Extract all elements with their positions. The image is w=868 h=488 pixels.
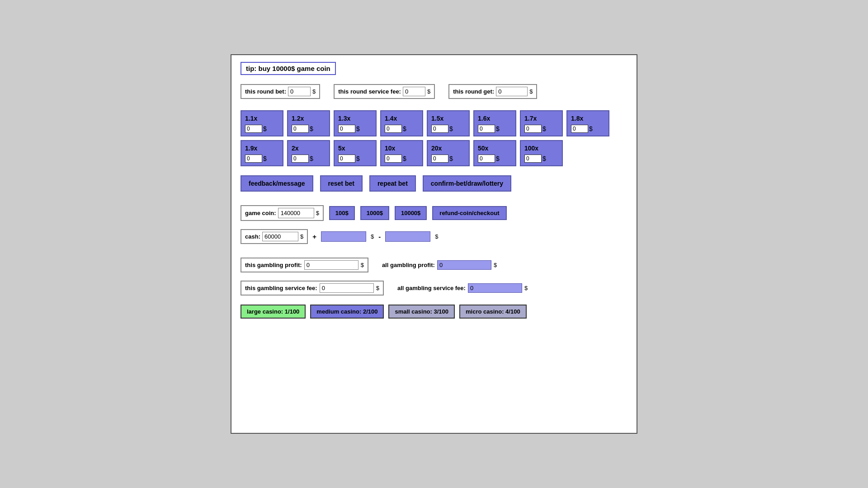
multiplier-card-20x[interactable]: 20x $ — [427, 140, 470, 166]
multiplier-card-2x[interactable]: 2x $ — [287, 140, 330, 166]
round-bet-input[interactable] — [288, 87, 311, 96]
multiplier-card-1.9x[interactable]: 1.9x $ — [241, 140, 283, 166]
round-bet-label: this round bet: — [245, 88, 286, 95]
mult-input-11[interactable] — [385, 155, 402, 163]
mult-label-13: 50x — [478, 145, 512, 152]
cash-label: cash: — [245, 233, 260, 240]
mult-input-row-14: $ — [524, 155, 558, 163]
tip-text: tip: buy 10000$ game coin — [246, 65, 330, 72]
mult-input-2[interactable] — [338, 125, 355, 133]
multiplier-card-5x[interactable]: 5x $ — [334, 140, 377, 166]
mult-label-3: 1.4x — [385, 115, 419, 122]
mult-input-0[interactable] — [245, 125, 262, 133]
mult-input-5[interactable] — [478, 125, 495, 133]
mult-input-9[interactable] — [292, 155, 309, 163]
mult-input-row-12: $ — [431, 155, 465, 163]
checkout-button[interactable]: refund-coin/checkout — [432, 206, 506, 220]
mult-input-7[interactable] — [571, 125, 588, 133]
multiplier-card-1.5x[interactable]: 1.5x $ — [427, 110, 470, 136]
mult-label-12: 20x — [431, 145, 465, 152]
mult-input-row-8: $ — [245, 155, 279, 163]
multiplier-card-100x[interactable]: 100x $ — [520, 140, 563, 166]
this-fee-group: this gambling service fee: $ — [241, 281, 384, 296]
mult-dollar-4: $ — [449, 125, 453, 132]
game-coin-label: game coin: — [245, 210, 276, 216]
repeat-bet-button[interactable]: repeat bet — [369, 175, 416, 192]
add-100-button[interactable]: 100$ — [329, 206, 355, 220]
confirm-bet-button[interactable]: confirm-bet/draw/lottery — [423, 175, 511, 192]
mult-input-row-0: $ — [245, 125, 279, 133]
multiplier-card-1.8x[interactable]: 1.8x $ — [566, 110, 609, 136]
mult-label-8: 1.9x — [245, 145, 279, 152]
mult-input-1[interactable] — [292, 125, 309, 133]
mult-input-4[interactable] — [431, 125, 448, 133]
round-get-input[interactable] — [496, 87, 528, 96]
multiplier-card-10x[interactable]: 10x $ — [380, 140, 423, 166]
all-fee-group: all gambling service fee: $ — [397, 283, 528, 293]
mult-input-10[interactable] — [338, 155, 355, 163]
casino-badge-2[interactable]: small casino: 3/100 — [388, 305, 455, 319]
mult-input-row-11: $ — [385, 155, 419, 163]
all-profit-input[interactable] — [437, 260, 491, 270]
all-fee-input[interactable] — [468, 283, 522, 293]
mult-dollar-6: $ — [542, 125, 546, 132]
casino-row: large casino: 1/100medium casino: 2/100s… — [241, 305, 627, 319]
mult-label-1: 1.2x — [292, 115, 326, 122]
mult-input-8[interactable] — [245, 155, 262, 163]
mult-input-row-7: $ — [571, 125, 605, 133]
coin-row: game coin: $ 100$ 1000$ 10000$ refund-co… — [241, 205, 627, 221]
mult-label-6: 1.7x — [524, 115, 558, 122]
multiplier-card-1.6x[interactable]: 1.6x $ — [473, 110, 516, 136]
round-fee-label: this round service fee: — [338, 88, 401, 95]
mult-input-row-2: $ — [338, 125, 372, 133]
this-fee-input[interactable] — [320, 283, 374, 293]
this-profit-input[interactable] — [304, 260, 359, 270]
mult-input-14[interactable] — [524, 155, 542, 163]
add-1000-button[interactable]: 1000$ — [360, 206, 389, 220]
cash-sub-input[interactable] — [385, 231, 430, 242]
multiplier-card-1.4x[interactable]: 1.4x $ — [380, 110, 423, 136]
this-profit-group: this gambling profit: $ — [241, 258, 368, 272]
game-coin-input[interactable] — [278, 208, 314, 218]
mult-input-row-9: $ — [292, 155, 326, 163]
round-fee-input[interactable] — [403, 87, 425, 96]
all-profit-dollar: $ — [494, 262, 497, 268]
round-fee-group: this round service fee: $ — [334, 84, 435, 99]
mult-dollar-1: $ — [310, 125, 313, 132]
cash-row: cash: $ + $ - $ — [241, 229, 627, 244]
multiplier-card-1.2x[interactable]: 1.2x $ — [287, 110, 330, 136]
this-profit-dollar: $ — [361, 262, 364, 268]
round-get-group: this round get: $ — [448, 84, 537, 99]
cash-input[interactable] — [262, 232, 298, 241]
tip-box: tip: buy 10000$ game coin — [241, 62, 336, 75]
mult-label-4: 1.5x — [431, 115, 465, 122]
multiplier-card-50x[interactable]: 50x $ — [473, 140, 516, 166]
profit-row-2: this gambling service fee: $ all gamblin… — [241, 281, 627, 296]
add-10000-button[interactable]: 10000$ — [395, 206, 427, 220]
mult-input-row-6: $ — [524, 125, 558, 133]
multiplier-card-1.1x[interactable]: 1.1x $ — [241, 110, 283, 136]
all-fee-label: all gambling service fee: — [397, 285, 466, 291]
mult-label-0: 1.1x — [245, 115, 279, 122]
mult-input-3[interactable] — [385, 125, 402, 133]
multiplier-card-1.3x[interactable]: 1.3x $ — [334, 110, 377, 136]
casino-badge-3[interactable]: micro casino: 4/100 — [459, 305, 527, 319]
mult-label-2: 1.3x — [338, 115, 372, 122]
mult-input-12[interactable] — [431, 155, 448, 163]
cash-add-input[interactable] — [321, 231, 366, 242]
plus-symbol: + — [312, 233, 316, 240]
mult-dollar-8: $ — [263, 155, 267, 162]
mult-input-13[interactable] — [478, 155, 495, 163]
mult-label-5: 1.6x — [478, 115, 512, 122]
mult-label-14: 100x — [524, 145, 558, 152]
multiplier-card-1.7x[interactable]: 1.7x $ — [520, 110, 563, 136]
casino-badge-0[interactable]: large casino: 1/100 — [241, 305, 306, 319]
feedback-button[interactable]: feedback/message — [241, 175, 313, 192]
mult-dollar-5: $ — [496, 125, 500, 132]
reset-bet-button[interactable]: reset bet — [320, 175, 363, 192]
mult-dollar-14: $ — [542, 155, 546, 162]
mult-input-6[interactable] — [524, 125, 542, 133]
main-panel: tip: buy 10000$ game coin this round bet… — [231, 54, 637, 434]
mult-dollar-2: $ — [356, 125, 360, 132]
casino-badge-1[interactable]: medium casino: 2/100 — [310, 305, 384, 319]
